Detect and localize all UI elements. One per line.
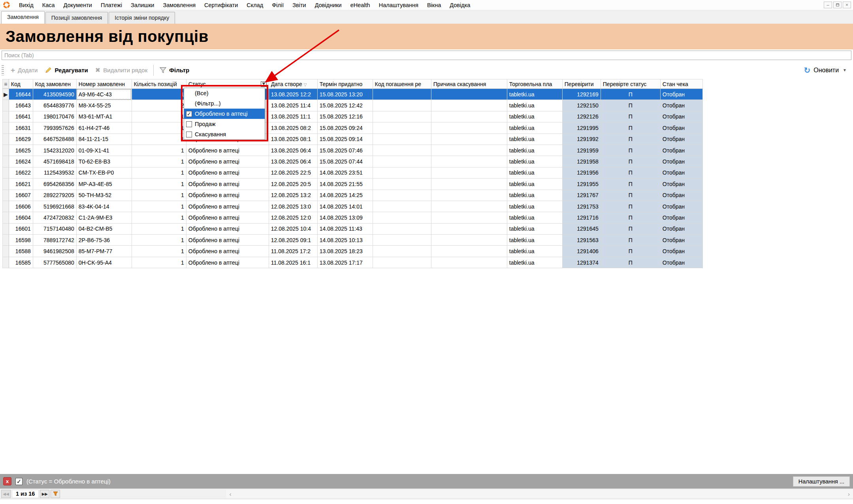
table-row[interactable]: 16625154231202001-09-X1-411Оброблено в а… [3, 145, 703, 156]
menu-item-Сертифікати[interactable]: Сертифікати [200, 1, 242, 9]
filter-close-button[interactable]: x [3, 477, 11, 485]
cell-perevirity: 1291374 [562, 257, 601, 268]
cell-kod_zamovlennia: 1542312020 [33, 145, 76, 156]
refresh-button[interactable]: ↻ Оновити ▼ [800, 64, 853, 77]
column-header-pogashennia[interactable]: Код погашення ре [373, 79, 431, 89]
cell-nomer: A9-M6-4C-43 [76, 89, 132, 100]
cell-pogashennia [373, 201, 431, 212]
table-row[interactable]: 166216954268356MP-A3-4E-851Оброблено в а… [3, 179, 703, 190]
table-row[interactable]: 16606519692166883-4K-04-141Оброблено в а… [3, 201, 703, 212]
cell-termin: 15.08.2025 12:42 [317, 100, 373, 111]
delete-row-button[interactable]: ✖ Видалити рядок [92, 64, 151, 76]
grid-area: ≡КодКод замовленНомер замовленнКількість… [0, 79, 853, 268]
column-header-created[interactable]: Дата створе▽ [269, 79, 317, 89]
status-column-filter-icon[interactable] [261, 81, 267, 87]
menu-item-Налаштування[interactable]: Налаштування [375, 1, 423, 9]
cell-kod_zamovlennia: 2892279205 [33, 190, 76, 201]
filter-option-label: (Все) [195, 90, 209, 96]
cell-kod: 16622 [9, 167, 33, 178]
cell-kod_zamovlennia: 4724720832 [33, 212, 76, 223]
cell-stan_cheka: Отобран [660, 167, 702, 178]
filter-option-(Все)[interactable]: (Все) [184, 88, 265, 98]
close-button[interactable]: × [843, 2, 851, 8]
menu-item-Вихід[interactable]: Вихід [15, 1, 38, 9]
column-header-perevirte_status[interactable]: Перевірте статус [601, 79, 660, 89]
filter-option-Продаж[interactable]: Продаж [184, 119, 265, 129]
filter-option-(Фільтр...)[interactable]: (Фільтр...) [184, 98, 265, 109]
column-header-kilkist[interactable]: Кількість позицій [132, 79, 186, 89]
table-row[interactable]: 1659878891727422P-B6-75-361Оброблено в а… [3, 235, 703, 246]
table-row[interactable]: 16631799395762661-H4-2T-461Оброблено в а… [3, 122, 703, 134]
column-header-nomer[interactable]: Номер замовленн [76, 79, 132, 89]
column-header-perevirity[interactable]: Перевірити [562, 79, 601, 89]
scroll-left-icon[interactable]: ‹ [229, 491, 231, 497]
restore-button[interactable] [833, 2, 842, 8]
table-row[interactable]: 166221125439532CM-TX-EB-P01Оброблено в а… [3, 167, 703, 178]
last-record-button[interactable]: ▶▶ [40, 490, 49, 498]
unchecked-checkbox-icon[interactable] [186, 121, 192, 127]
menu-item-Каса[interactable]: Каса [38, 1, 59, 9]
minimize-button[interactable]: – [824, 2, 832, 8]
tab-Історія зміни порядку[interactable]: Історія зміни порядку [109, 12, 175, 24]
cell-kilkist: 1 [132, 167, 186, 178]
menu-item-Залишки[interactable]: Залишки [126, 1, 158, 9]
filter-settings-button[interactable]: Налаштування ... [793, 476, 850, 487]
table-row[interactable]: 16629646752848884-11-21-151Оброблено в а… [3, 134, 703, 145]
table-row[interactable]: 166436544839776M8-X4-55-252Оброблено в а… [3, 100, 703, 111]
horizontal-scrollbar[interactable]: ‹ › [226, 490, 853, 498]
refresh-icon: ↻ [804, 66, 810, 75]
menu-item-Вікна[interactable]: Вікна [423, 1, 445, 9]
edit-button[interactable]: Редагувати [41, 65, 91, 76]
menu-item-Філії[interactable]: Філії [267, 1, 288, 9]
cell-nomer: MP-A3-4E-85 [76, 179, 132, 190]
cell-pogashennia [373, 167, 431, 178]
column-header-platforma[interactable]: Торговельна пла [507, 79, 562, 89]
table-row[interactable]: 166044724720832C1-2A-9M-E31Оброблено в а… [3, 212, 703, 223]
table-row[interactable]: 166411980170476M3-61-MT-A11Оброблено в а… [3, 111, 703, 122]
checked-checkbox-icon[interactable]: ✓ [186, 111, 192, 117]
table-row[interactable]: 16588946198250885-M7-PM-771Оброблено в а… [3, 246, 703, 257]
menu-item-Замовлення[interactable]: Замовлення [158, 1, 200, 9]
scroll-right-icon[interactable]: › [848, 491, 850, 497]
cell-platforma: tabletki.ua [507, 145, 562, 156]
column-header-kod_zamovlennia[interactable]: Код замовлен [33, 79, 76, 89]
menu-item-Документи[interactable]: Документи [59, 1, 96, 9]
filter-option-Оброблено в аптеці[interactable]: ✓Оброблено в аптеці [184, 109, 265, 119]
cell-created: 11.08.2025 17:2 [269, 246, 317, 257]
column-header-kod[interactable]: Код [9, 79, 33, 89]
menu-item-Звіти[interactable]: Звіти [288, 1, 310, 9]
filter-button[interactable]: Фільтр [156, 65, 193, 75]
table-row[interactable]: 16607289227920550-TH-M3-521Оброблено в а… [3, 190, 703, 201]
delete-icon: ✖ [95, 66, 100, 74]
add-button[interactable]: + Додати [7, 65, 41, 75]
menu-item-Склад[interactable]: Склад [242, 1, 267, 9]
toolbar-grip [2, 65, 4, 75]
navigator-filter-button[interactable] [51, 490, 60, 498]
table-row[interactable]: 16601715714048004-B2-CM-B51Оброблено в а… [3, 223, 703, 234]
cell-termin: 15.08.2025 07:46 [317, 145, 373, 156]
menu-item-Довідники[interactable]: Довідники [311, 1, 346, 9]
cell-stan_cheka: Отобран [660, 179, 702, 190]
table-row[interactable]: 1658557775650800H-CK-95-A41Оброблено в а… [3, 257, 703, 268]
table-row[interactable]: ▶166444135094590A9-M6-4C-431Оброблено в … [3, 89, 703, 100]
cell-prichina [431, 111, 507, 122]
column-header-prichina[interactable]: Причина скасування [431, 79, 507, 89]
tab-Замовлення[interactable]: Замовлення [1, 11, 45, 24]
tab-Позиції замовлення[interactable]: Позиції замовлення [45, 12, 108, 24]
cell-perevirity: 1291716 [562, 212, 601, 223]
table-row[interactable]: 166244571698418T0-62-E8-B31Оброблено в а… [3, 156, 703, 167]
menu-item-Платежі[interactable]: Платежі [96, 1, 126, 9]
search-input[interactable] [2, 51, 851, 60]
column-header-status[interactable]: Статус [186, 79, 269, 89]
cell-perevirte_status: П [601, 167, 660, 178]
cell-kilkist: 1 [132, 111, 186, 122]
column-header-stan_cheka[interactable]: Стан чека [660, 79, 702, 89]
first-record-button[interactable]: ◀◀ [1, 490, 11, 498]
menu-item-Довідка[interactable]: Довідка [445, 1, 475, 9]
menu-item-eHealth[interactable]: eHealth [346, 1, 375, 9]
cell-nomer: 50-TH-M3-52 [76, 190, 132, 201]
filter-option-Скасування[interactable]: Скасування [184, 129, 265, 139]
column-header-termin[interactable]: Термін придатно [317, 79, 373, 89]
unchecked-checkbox-icon[interactable] [186, 132, 192, 137]
filter-enabled-checkbox[interactable]: ✓ [15, 478, 23, 485]
